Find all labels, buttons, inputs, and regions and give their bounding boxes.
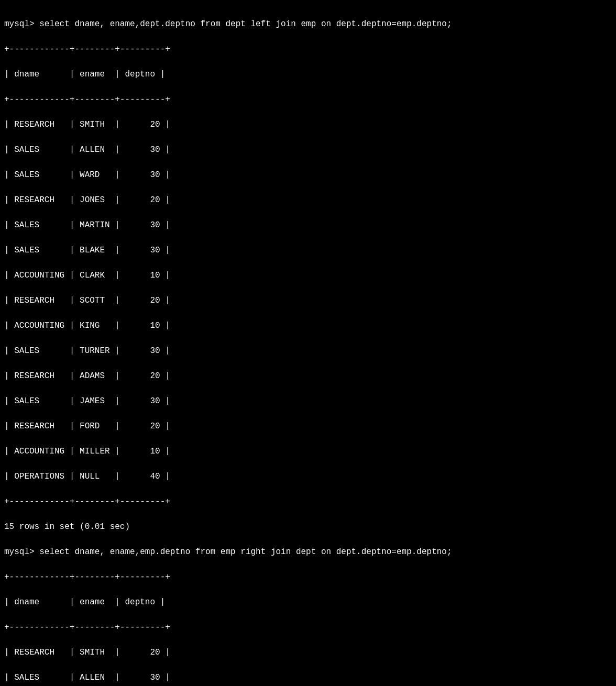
table1-row-14: | OPERATIONS | NULL | 40 | [4, 472, 170, 481]
table2-header: | dname | ename | deptno | [4, 598, 165, 607]
terminal-output: mysql> select dname, ename,dept.deptno f… [4, 5, 612, 686]
table1-row-6: | ACCOUNTING | CLARK | 10 | [4, 271, 170, 280]
table1-row-10: | RESEARCH | ADAMS | 20 | [4, 371, 170, 381]
table1-header: | dname | ename | deptno | [4, 70, 165, 79]
table1-row-3: | RESEARCH | JONES | 20 | [4, 195, 170, 205]
table1-row-4: | SALES | MARTIN | 30 | [4, 220, 170, 230]
table1-row-8: | ACCOUNTING | KING | 10 | [4, 321, 170, 330]
table2-border-top: +------------+--------+---------+ [4, 572, 170, 582]
table1-row-13: | ACCOUNTING | MILLER | 10 | [4, 447, 170, 456]
query1-line: mysql> select dname, ename,dept.deptno f… [4, 19, 452, 29]
table1-border-bot: +------------+--------+---------+ [4, 497, 170, 506]
table2-border-mid: +------------+--------+---------+ [4, 623, 170, 632]
table1-border-mid: +------------+--------+---------+ [4, 95, 170, 104]
result1: 15 rows in set (0.01 sec) [4, 522, 130, 532]
table1-row-7: | RESEARCH | SCOTT | 20 | [4, 296, 170, 305]
table1-border-top: +------------+--------+---------+ [4, 45, 170, 54]
table1-row-2: | SALES | WARD | 30 | [4, 170, 170, 180]
table1-row-1: | SALES | ALLEN | 30 | [4, 145, 170, 154]
table1-row-9: | SALES | TURNER | 30 | [4, 346, 170, 356]
table1-row-0: | RESEARCH | SMITH | 20 | [4, 120, 170, 129]
query2-line: mysql> select dname, ename,emp.deptno fr… [4, 547, 452, 557]
table1-row-5: | SALES | BLAKE | 30 | [4, 246, 170, 255]
table1-row-11: | SALES | JAMES | 30 | [4, 396, 170, 406]
table2-row-0: | RESEARCH | SMITH | 20 | [4, 648, 170, 657]
table2-row-1: | SALES | ALLEN | 30 | [4, 673, 170, 682]
table1-row-12: | RESEARCH | FORD | 20 | [4, 422, 170, 431]
